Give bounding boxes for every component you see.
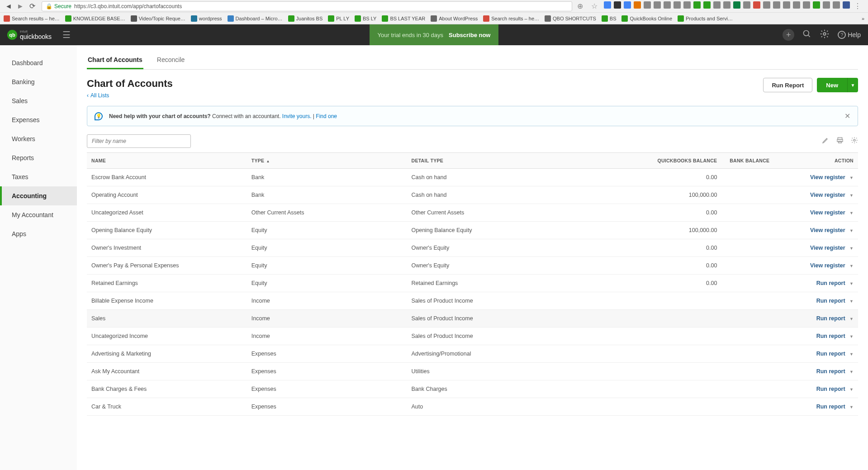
chevron-down-icon[interactable]: ▼ <box>849 281 854 286</box>
bookmark-item[interactable]: wordpress <box>191 15 222 22</box>
table-row[interactable]: Billable Expense Income Income Sales of … <box>87 292 858 310</box>
bookmark-item[interactable]: BS LY <box>355 15 376 22</box>
table-row[interactable]: Uncategorized Income Income Sales of Pro… <box>87 328 858 345</box>
ext-icon[interactable] <box>624 1 631 9</box>
sidebar-item-banking[interactable]: Banking <box>0 72 77 91</box>
table-row[interactable]: Owner's Pay & Personal Expenses Equity O… <box>87 257 858 275</box>
action-link[interactable]: View register <box>810 174 845 180</box>
sidebar-item-accounting[interactable]: Accounting <box>0 186 77 205</box>
table-row[interactable]: Ask My Accountant Expenses Utilities Run… <box>87 363 858 380</box>
table-row[interactable]: Sales Income Sales of Product Income Run… <box>87 310 858 328</box>
star-icon[interactable]: ☆ <box>589 1 599 11</box>
ext-icon[interactable] <box>793 1 800 9</box>
tab-chart-of-accounts[interactable]: Chart of Accounts <box>87 52 143 69</box>
ext-icon[interactable] <box>773 1 780 9</box>
ext-icon[interactable] <box>604 1 611 9</box>
chevron-down-icon[interactable]: ▼ <box>849 246 854 251</box>
ext-icon[interactable] <box>683 1 691 9</box>
sidebar-item-expenses[interactable]: Expenses <box>0 110 77 129</box>
pencil-icon[interactable] <box>822 137 829 146</box>
chevron-down-icon[interactable]: ▼ <box>849 299 854 304</box>
ext-icon[interactable] <box>813 1 820 9</box>
col-bank-balance[interactable]: BANK BALANCE <box>721 153 774 169</box>
new-button[interactable]: New ▼ <box>817 78 858 92</box>
table-row[interactable]: Escrow Bank Account Bank Cash on hand 0.… <box>87 169 858 186</box>
ext-icon[interactable] <box>833 1 840 9</box>
table-row[interactable]: Advertising & Marketing Expenses Adverti… <box>87 345 858 363</box>
action-link[interactable]: Run report <box>816 333 845 339</box>
qb-logo[interactable]: qb intuit quickbooks <box>7 30 52 40</box>
ext-icon[interactable] <box>733 1 740 9</box>
chevron-down-icon[interactable]: ▼ <box>849 405 854 409</box>
action-link[interactable]: View register <box>810 227 845 233</box>
filter-input[interactable] <box>87 134 191 148</box>
table-row[interactable]: Retained Earnings Equity Retained Earnin… <box>87 275 858 292</box>
table-row[interactable]: Bank Charges & Fees Expenses Bank Charge… <box>87 380 858 398</box>
col-name[interactable]: NAME <box>87 153 247 169</box>
sidebar-item-my-accountant[interactable]: My Accountant <box>0 205 77 224</box>
ext-icon[interactable] <box>693 1 701 9</box>
bookmark-item[interactable]: KNOWLEDGE BASE… <box>65 15 125 22</box>
ext-icon[interactable] <box>614 1 621 9</box>
ext-icon[interactable] <box>843 1 850 9</box>
find-one-link[interactable]: Find one <box>316 113 337 119</box>
action-link[interactable]: View register <box>810 192 845 198</box>
sidebar-item-dashboard[interactable]: Dashboard <box>0 53 77 72</box>
bookmark-item[interactable]: BS LAST YEAR <box>382 15 425 22</box>
sidebar-item-workers[interactable]: Workers <box>0 129 77 148</box>
table-row[interactable]: Opening Balance Equity Equity Opening Ba… <box>87 222 858 239</box>
translate-icon[interactable]: ⊕ <box>575 1 585 11</box>
bookmark-item[interactable]: PL LY <box>328 15 349 22</box>
bookmark-item[interactable]: Products and Servi… <box>678 15 733 22</box>
col-type[interactable]: TYPE <box>247 153 407 169</box>
ext-icon[interactable] <box>654 1 661 9</box>
more-bookmarks-icon[interactable]: » <box>862 16 864 21</box>
chevron-down-icon[interactable]: ▼ <box>849 387 854 392</box>
action-link[interactable]: Run report <box>816 315 845 322</box>
ext-icon[interactable] <box>743 1 750 9</box>
menu-icon[interactable]: ⋮ <box>853 1 863 11</box>
chevron-down-icon[interactable]: ▼ <box>849 211 854 215</box>
invite-link[interactable]: Invite yours. <box>282 113 312 119</box>
chevron-down-icon[interactable]: ▼ <box>847 78 858 92</box>
url-bar[interactable]: 🔒 Secure https://c3.qbo.intuit.com/app/c… <box>42 1 572 11</box>
action-link[interactable]: View register <box>810 262 845 269</box>
help-button[interactable]: ? Help <box>838 31 861 39</box>
chevron-down-icon[interactable]: ▼ <box>849 370 854 374</box>
action-link[interactable]: View register <box>810 245 845 251</box>
ext-icon[interactable] <box>664 1 671 9</box>
chevron-down-icon[interactable]: ▼ <box>849 317 854 321</box>
action-link[interactable]: Run report <box>816 404 845 410</box>
ext-icon[interactable] <box>803 1 810 9</box>
ext-icon[interactable] <box>763 1 770 9</box>
chevron-down-icon[interactable]: ▼ <box>849 228 854 233</box>
col-action[interactable]: ACTION <box>774 153 858 169</box>
action-link[interactable]: Run report <box>816 298 845 304</box>
table-row[interactable]: Operating Account Bank Cash on hand 100,… <box>87 186 858 204</box>
reload-button[interactable]: ⟳ <box>27 1 37 11</box>
table-row[interactable]: Car & Truck Expenses Auto Run report ▼ <box>87 398 858 416</box>
breadcrumb[interactable]: ‹ All Lists <box>87 92 173 99</box>
ext-icon[interactable] <box>644 1 651 9</box>
bookmark-item[interactable]: Dashboard – Micro… <box>228 15 283 22</box>
gear-icon[interactable] <box>820 29 830 41</box>
action-link[interactable]: Run report <box>816 386 845 392</box>
bookmark-item[interactable]: About WordPress <box>431 15 478 22</box>
ext-icon[interactable] <box>634 1 641 9</box>
bookmark-item[interactable]: Search results – he… <box>483 15 539 22</box>
bookmark-item[interactable]: Juanitos BS <box>288 15 323 22</box>
ext-icon[interactable] <box>674 1 681 9</box>
search-icon[interactable] <box>802 29 811 41</box>
table-row[interactable]: Owner's Investment Equity Owner's Equity… <box>87 239 858 257</box>
sidebar-item-sales[interactable]: Sales <box>0 91 77 110</box>
chevron-down-icon[interactable]: ▼ <box>849 176 854 180</box>
col-qb-balance[interactable]: QUICKBOOKS BALANCE <box>564 153 721 169</box>
tab-reconcile[interactable]: Reconcile <box>156 52 185 69</box>
sidebar-item-taxes[interactable]: Taxes <box>0 167 77 186</box>
bookmark-item[interactable]: Video/Topic Reque… <box>131 15 185 22</box>
action-link[interactable]: Run report <box>816 368 845 375</box>
bookmark-item[interactable]: BS <box>602 15 617 22</box>
hamburger-icon[interactable]: ☰ <box>62 29 71 40</box>
chevron-down-icon[interactable]: ▼ <box>849 334 854 339</box>
col-detail[interactable]: DETAIL TYPE <box>407 153 564 169</box>
